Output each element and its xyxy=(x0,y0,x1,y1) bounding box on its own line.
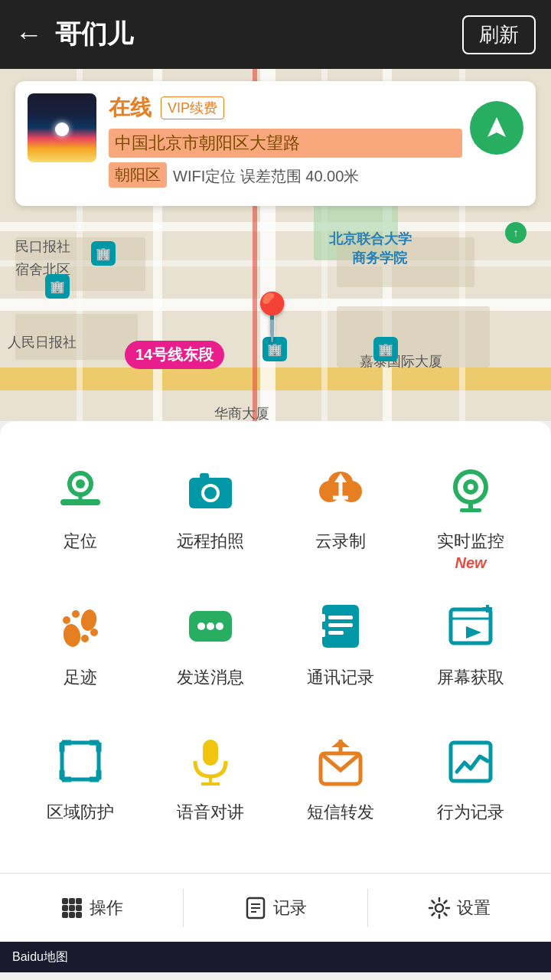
nav-item-operations[interactable]: 操作 xyxy=(0,889,183,927)
back-button[interactable]: ← xyxy=(15,18,43,51)
svg-point-38 xyxy=(62,622,83,648)
refresh-button[interactable]: 刷新 xyxy=(462,15,536,54)
footprint-label: 足迹 xyxy=(64,666,97,689)
map-label-minkoubaoshe: 民口报社 xyxy=(15,237,70,256)
svg-point-46 xyxy=(207,622,214,630)
nav-operations-label: 操作 xyxy=(90,897,123,920)
feature-item-location[interactable]: 定位 xyxy=(15,444,145,580)
svg-rect-82 xyxy=(69,912,75,918)
records-icon xyxy=(244,897,267,920)
svg-rect-53 xyxy=(319,629,325,637)
feature-item-voice-intercom[interactable]: 语音对讲 xyxy=(145,715,276,850)
feature-item-realtime-monitor[interactable]: 实时监控 New xyxy=(406,444,536,580)
svg-rect-77 xyxy=(76,898,82,904)
sms-forward-icon xyxy=(310,730,371,792)
navigate-icon xyxy=(483,114,510,142)
bottom-nav: 操作 记录 设置 xyxy=(0,873,551,942)
address-row2: 朝阳区 WIFI定位 误差范围 40.00米 xyxy=(109,162,462,191)
realtime-monitor-new-badge: New xyxy=(455,554,486,573)
cloud-record-icon xyxy=(310,459,371,521)
feature-item-zone-protection[interactable]: 区域防护 xyxy=(15,715,145,850)
svg-rect-37 xyxy=(460,508,481,512)
nav-settings-label: 设置 xyxy=(457,897,491,920)
nav-item-records[interactable]: 记录 xyxy=(184,889,367,927)
info-content: 在线 VIP续费 中国北京市朝阳区大望路 朝阳区 WIFI定位 误差范围 40.… xyxy=(109,93,462,194)
svg-rect-52 xyxy=(319,614,325,622)
brand-text: Baidu地图 xyxy=(12,949,68,965)
metro-badge: 14号线东段 xyxy=(125,341,224,369)
info-card: 在线 VIP续费 中国北京市朝阳区大望路 朝阳区 WIFI定位 误差范围 40.… xyxy=(15,81,536,206)
map-label-huashang: 华商大厦 xyxy=(214,404,269,421)
feature-grid: 定位 远程拍照 云录制 实时监控 New 足迹 xyxy=(15,444,536,850)
svg-point-88 xyxy=(435,904,443,912)
map-icon-top-right: ↑ xyxy=(505,222,527,243)
map-label-renmin-ribao: 人民日报社 xyxy=(8,333,77,351)
navigate-button[interactable] xyxy=(470,101,523,155)
feature-item-behavior-record[interactable]: 行为记录 xyxy=(406,715,536,850)
address-line1: 中国北京市朝阳区大望路 xyxy=(109,129,462,158)
realtime-monitor-icon xyxy=(440,459,501,521)
svg-point-39 xyxy=(80,608,99,632)
svg-rect-79 xyxy=(69,905,75,911)
svg-rect-81 xyxy=(62,912,68,918)
header: ← 哥们儿 刷新 xyxy=(0,0,551,69)
svg-marker-17 xyxy=(487,117,506,137)
svg-rect-54 xyxy=(451,609,491,643)
svg-rect-75 xyxy=(62,898,68,904)
brand-bar: Baidu地图 xyxy=(0,942,551,972)
svg-rect-78 xyxy=(62,905,68,911)
nav-item-settings[interactable]: 设置 xyxy=(368,889,551,927)
location-icon xyxy=(50,459,111,521)
remote-photo-label: 远程拍照 xyxy=(177,530,244,553)
online-status: 在线 xyxy=(109,93,152,122)
operations-icon xyxy=(60,897,83,920)
feature-item-remote-photo[interactable]: 远程拍照 xyxy=(145,444,276,580)
map-icon-jiatai: 🏢 xyxy=(373,337,398,361)
screen-capture-label: 屏幕获取 xyxy=(437,666,504,689)
svg-point-42 xyxy=(81,635,89,642)
svg-rect-80 xyxy=(76,905,82,911)
page-title: 哥们儿 xyxy=(55,17,462,52)
voice-intercom-icon xyxy=(180,730,241,792)
sms-forward-label: 短信转发 xyxy=(307,801,374,824)
map-icon-minkoubaoshe: 🏢 xyxy=(45,274,70,299)
zone-protection-icon xyxy=(50,730,111,792)
map-label-beijing-university: 北京联合大学 xyxy=(329,230,412,248)
map-label-business-school: 商务学院 xyxy=(352,249,407,267)
behavior-record-icon xyxy=(440,730,501,792)
svg-point-40 xyxy=(63,616,70,624)
cloud-record-label: 云录制 xyxy=(315,530,366,553)
svg-rect-49 xyxy=(328,616,353,619)
svg-point-43 xyxy=(90,629,98,636)
map-area: 在线 VIP续费 中国北京市朝阳区大望路 朝阳区 WIFI定位 误差范围 40.… xyxy=(0,69,551,421)
location-pin: 📍 xyxy=(243,289,301,344)
footprint-icon xyxy=(50,596,111,657)
remote-photo-icon xyxy=(180,459,241,521)
bottom-panel: 定位 远程拍照 云录制 实时监控 New 足迹 xyxy=(0,421,551,873)
svg-rect-76 xyxy=(69,898,75,904)
map-icon-sushebeiqu: 🏢 xyxy=(91,241,116,266)
settings-icon xyxy=(428,897,451,920)
svg-rect-51 xyxy=(328,631,344,635)
feature-item-contact-record[interactable]: 通讯记录 xyxy=(276,580,406,715)
svg-rect-74 xyxy=(451,743,491,781)
wifi-info: WIFI定位 误差范围 40.00米 xyxy=(173,166,359,187)
feature-item-send-message[interactable]: 发送消息 xyxy=(145,580,276,715)
vip-badge[interactable]: VIP续费 xyxy=(161,96,224,119)
feature-item-screen-capture[interactable]: 屏幕获取 xyxy=(406,580,536,715)
feature-item-sms-forward[interactable]: 短信转发 xyxy=(276,715,406,850)
svg-rect-83 xyxy=(76,912,82,918)
svg-rect-25 xyxy=(200,473,209,481)
send-message-icon xyxy=(180,596,241,657)
feature-item-footprint[interactable]: 足迹 xyxy=(15,580,145,715)
nav-records-label: 记录 xyxy=(273,897,307,920)
svg-rect-59 xyxy=(62,743,99,779)
svg-point-24 xyxy=(204,487,217,499)
feature-item-cloud-record[interactable]: 云录制 xyxy=(276,444,406,580)
zone-protection-label: 区域防护 xyxy=(47,801,114,824)
send-message-label: 发送消息 xyxy=(177,666,244,689)
contact-record-label: 通讯记录 xyxy=(307,666,374,689)
svg-rect-68 xyxy=(203,740,218,766)
svg-marker-56 xyxy=(466,626,481,639)
avatar xyxy=(28,93,96,162)
